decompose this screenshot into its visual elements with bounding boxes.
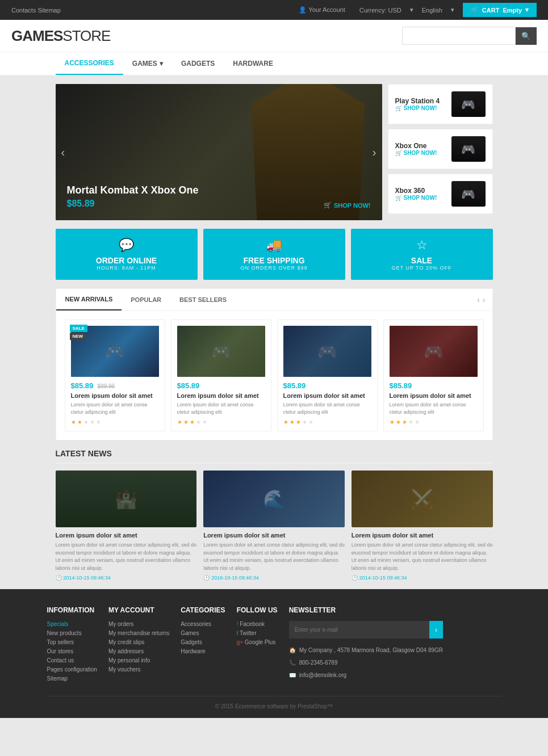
footer-sitemap-link[interactable]: Sitemap [47, 675, 97, 682]
sitemap-link[interactable]: Sitemap [37, 7, 60, 14]
account-link[interactable]: 👤 Your Account [299, 6, 345, 14]
footer-categories-title: CATEGORIES [181, 606, 225, 614]
news-section: LATEST NEWS 🏰 Lorem ipsum dolor sit amet… [56, 449, 493, 581]
console-sidebar: Play Station 4 🛒 SHOP NOW! 🎮 Xbox One 🛒 … [388, 84, 493, 220]
footer-facebook-link[interactable]: f Facebook [237, 621, 278, 627]
product-badge-sale-0: SALE [70, 325, 87, 332]
nav-accessories[interactable]: ACCESSORIES [56, 52, 123, 75]
footer-google-link[interactable]: g+ Google Plus [237, 639, 278, 645]
product-img-2[interactable]: 🎮 [283, 326, 371, 377]
address-icon: 🏠 [289, 645, 296, 656]
footer-top-sellers-link[interactable]: Top sellers [47, 639, 97, 645]
cart-button[interactable]: 🛒 CART Empty ▾ [463, 3, 537, 17]
language-dropdown-icon[interactable]: ▾ [451, 6, 454, 14]
footer-personal-link[interactable]: My personal info [108, 657, 169, 663]
shipping-sub: ON ORDERS OVER $99 [210, 265, 338, 271]
product-img-1[interactable]: 🎮 [177, 326, 265, 377]
nav-games[interactable]: GAMES ▾ [123, 52, 172, 75]
cart-icon-xbox: 🛒 [395, 150, 402, 156]
search-button[interactable]: 🔍 [516, 27, 537, 45]
footer-contact-us-link[interactable]: Contact us [47, 657, 97, 663]
footer-cat-hardware[interactable]: Hardware [181, 648, 225, 654]
games-dropdown-icon: ▾ [160, 60, 163, 68]
product-price-row-0: $85.89 $89.96 [71, 381, 159, 390]
news-img-2[interactable]: ⚔️ [352, 471, 493, 527]
footer-cat-games[interactable]: Games [181, 630, 225, 636]
footer-twitter-link[interactable]: t Twitter [237, 630, 278, 636]
tab-new-arrivals[interactable]: NEW ARRIVALS [56, 289, 122, 310]
product-stars-0: ★ ★ ★ ★ ★ [71, 419, 159, 425]
product-price-row-1: $85.89 [177, 381, 265, 390]
order-online-icon: 💬 [62, 238, 191, 253]
news-img-1[interactable]: 🌊 [203, 471, 345, 527]
tab-best-sellers[interactable]: BEST SELLERS [170, 289, 236, 310]
footer-orders-link[interactable]: My orders [108, 621, 169, 627]
news-grid: 🏰 Lorem ipsum dolor sit amet Lorem ipsum… [56, 471, 493, 581]
nav-hardware[interactable]: HARDWARE [224, 52, 282, 75]
product-card-3: 🎮 $85.89 Lorem ipsum dolor sit amet Lore… [383, 320, 484, 431]
logo: GAMESSTORE [11, 27, 110, 45]
product-price-2: $85.89 [283, 381, 306, 390]
products-section: NEW ARRIVALS POPULAR BEST SELLERS ‹ › SA… [56, 288, 493, 440]
feature-free-shipping[interactable]: 🚚 Free Shipping ON ORDERS OVER $99 [203, 229, 345, 280]
footer-vouchers-link[interactable]: My vouchers [108, 666, 169, 673]
language-label: English [422, 7, 442, 14]
newsletter-email-input[interactable] [289, 621, 429, 639]
products-prev-arrow[interactable]: ‹ [477, 295, 480, 304]
news-img-0[interactable]: 🏰 [56, 471, 197, 527]
footer-pages-link[interactable]: Pages configuration [47, 666, 97, 673]
hero-next-arrow[interactable]: › [373, 146, 377, 159]
sale-icon: ☆ [358, 238, 486, 253]
footer-returns-link[interactable]: My merchandise returns [108, 630, 169, 636]
currency-dropdown-icon[interactable]: ▾ [410, 6, 413, 14]
footer-grid: INFORMATION Specials New products Top se… [47, 606, 501, 684]
product-badge-new-0: NEW [70, 333, 86, 340]
news-card-1: 🌊 Lorem ipsum dolor sit amet Lorem ipsum… [203, 471, 345, 581]
news-title-2: Lorem ipsum dolor sit amet [352, 532, 493, 539]
order-online-sub: HOURS: 8AM - 11PM [62, 265, 191, 271]
product-desc-3: Lorem ipsum dolor sit amet conse ctetur … [390, 401, 478, 415]
nav-gadgets[interactable]: GADGETS [172, 52, 224, 75]
feature-sale[interactable]: ☆ Sale GET UP TO 20% OFF [351, 229, 493, 280]
footer: INFORMATION Specials New products Top se… [0, 589, 548, 718]
sale-title: Sale [358, 256, 486, 265]
shipping-title: Free Shipping [210, 256, 338, 265]
footer-bottom: © 2015 Ecommerce software by PrestaShop™ [47, 696, 501, 709]
footer-addresses-link[interactable]: My addresses [108, 648, 169, 654]
footer-credit-link[interactable]: My credit slips [108, 639, 169, 645]
products-grid: SALE NEW 🎮 $85.89 $89.96 Lorem ipsum dol… [56, 311, 492, 440]
footer-cat-accessories[interactable]: Accessories [181, 621, 225, 627]
newsletter-form: › [289, 621, 443, 639]
shipping-icon: 🚚 [210, 238, 338, 253]
footer-cat-gadgets[interactable]: Gadgets [181, 639, 225, 645]
contacts-link[interactable]: Contacts [11, 7, 36, 14]
console-shop-360[interactable]: 🛒 SHOP NOW! [395, 195, 437, 201]
feature-order-online[interactable]: 💬 Order Online HOURS: 8AM - 11PM [56, 229, 198, 280]
product-price-1: $85.89 [177, 381, 200, 390]
footer-address: 🏠 My Company , 4578 Marmora Road, Glasgo… [289, 645, 443, 656]
console-shop-ps4[interactable]: 🛒 SHOP NOW! [395, 105, 440, 111]
newsletter-submit-button[interactable]: › [429, 621, 443, 639]
news-date-0: 🕐 2014-10-15 09:46:34 [56, 575, 197, 581]
hero-price: $85.89 [67, 199, 199, 209]
hero-shop-now[interactable]: 🛒 SHOP NOW! [324, 201, 371, 209]
product-card-2: 🎮 $85.89 Lorem ipsum dolor sit amet Lore… [277, 320, 378, 431]
cart-icon-ps4: 🛒 [395, 105, 402, 111]
products-next-arrow[interactable]: › [483, 295, 486, 304]
console-shop-xbox[interactable]: 🛒 SHOP NOW! [395, 150, 437, 156]
feature-banners: 💬 Order Online HOURS: 8AM - 11PM 🚚 Free … [56, 229, 493, 280]
console-name-ps4: Play Station 4 [395, 97, 440, 105]
product-img-3[interactable]: 🎮 [390, 326, 478, 377]
product-name-2: Lorem ipsum dolor sit amet [283, 392, 371, 399]
footer-specials-link[interactable]: Specials [47, 621, 97, 627]
tab-popular[interactable]: POPULAR [122, 289, 170, 310]
footer-col-newsletter: NEWSLETTER › 🏠 My Company , 4578 Marmora… [289, 606, 443, 684]
cart-dropdown-icon: ▾ [525, 6, 529, 14]
nav-items: ACCESSORIES GAMES ▾ GADGETS HARDWARE [47, 52, 501, 75]
twitter-icon: t [237, 630, 239, 636]
footer-our-stores-link[interactable]: Our stores [47, 648, 97, 654]
footer-new-products-link[interactable]: New products [47, 630, 97, 636]
search-input[interactable] [402, 27, 516, 45]
hero-prev-arrow[interactable]: ‹ [61, 146, 65, 159]
hero-character-image [252, 84, 365, 220]
